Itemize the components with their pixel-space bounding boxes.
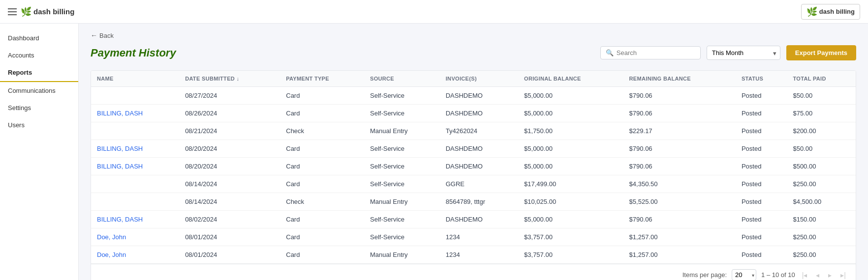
cell-total-paid: $150.00	[787, 211, 856, 228]
cell-date: 08/01/2024	[179, 246, 280, 264]
top-nav: 🌿 dash billing 🌿 dash billing	[0, 0, 868, 24]
cell-source: Self-Service	[364, 105, 440, 122]
col-header-payment-type: PAYMENT TYPE	[280, 71, 364, 87]
cell-name[interactable]: BILLING, DASH	[91, 211, 179, 228]
cell-source: Manual Entry	[364, 122, 440, 140]
cell-payment-type: Card	[280, 87, 364, 105]
cell-remaining-balance: $790.06	[623, 158, 736, 175]
col-header-name: NAME	[91, 71, 179, 87]
nav-left: 🌿 dash billing	[8, 6, 74, 17]
table-row: 08/21/2024CheckManual EntryTy4262024$1,7…	[91, 122, 856, 140]
cell-invoices: GGRE	[440, 175, 518, 193]
last-page-button[interactable]: ▸|	[838, 270, 848, 280]
cell-invoices: 1234	[440, 228, 518, 246]
cell-date: 08/20/2024	[179, 140, 280, 158]
pagination-range: 1 – 10 of 10	[761, 271, 795, 279]
cell-name	[91, 175, 179, 193]
period-select[interactable]: This Month Last Month Last 3 Months This…	[707, 46, 780, 60]
cell-name	[91, 87, 179, 105]
cell-name	[91, 122, 179, 140]
header-controls: 🔍 This Month Last Month Last 3 Months Th…	[600, 45, 856, 60]
cell-name[interactable]: Doe, John	[91, 228, 179, 246]
items-per-page-label: Items per page:	[682, 271, 727, 279]
cell-name[interactable]: BILLING, DASH	[91, 140, 179, 158]
first-page-button[interactable]: |◂	[800, 270, 809, 280]
cell-total-paid: $500.00	[787, 158, 856, 175]
cell-total-paid: $250.00	[787, 175, 856, 193]
table-row: 08/27/2024CardSelf-ServiceDASHDEMO$5,000…	[91, 87, 856, 105]
cell-total-paid: $250.00	[787, 246, 856, 264]
brand-label: 🌿 dash billing	[806, 6, 855, 17]
search-input[interactable]	[617, 49, 695, 56]
cell-remaining-balance: $1,257.00	[623, 228, 736, 246]
col-header-status: STATUS	[736, 71, 787, 87]
col-header-source: SOURCE	[364, 71, 440, 87]
cell-status: Posted	[736, 246, 787, 264]
cell-name[interactable]: BILLING, DASH	[91, 158, 179, 175]
cell-name[interactable]: Doe, John	[91, 246, 179, 264]
cell-name[interactable]: BILLING, DASH	[91, 105, 179, 122]
items-per-page-select[interactable]: 20 50 100	[732, 269, 756, 280]
cell-invoices: Ty4262024	[440, 122, 518, 140]
sidebar-item-users[interactable]: Users	[0, 116, 78, 134]
cell-invoices: DASHDEMO	[440, 87, 518, 105]
cell-remaining-balance: $229.17	[623, 122, 736, 140]
sidebar-item-communications[interactable]: Communications	[0, 82, 78, 99]
cell-original-balance: $1,750.00	[518, 122, 623, 140]
sidebar-item-reports[interactable]: Reports	[0, 64, 78, 82]
logo-leaf-icon: 🌿	[21, 6, 31, 17]
next-page-button[interactable]: ▸	[826, 270, 834, 280]
sidebar-item-settings[interactable]: Settings	[0, 99, 78, 116]
cell-remaining-balance: $790.06	[623, 87, 736, 105]
logo-text: dash billing	[33, 7, 74, 16]
hamburger-button[interactable]	[8, 8, 17, 15]
cell-total-paid: $75.00	[787, 105, 856, 122]
sidebar-item-accounts[interactable]: Accounts	[0, 47, 78, 64]
table-row: Doe, John08/01/2024CardSelf-Service1234$…	[91, 228, 856, 246]
layout: Dashboard Accounts Reports Communication…	[0, 24, 868, 280]
cell-payment-type: Check	[280, 122, 364, 140]
cell-source: Self-Service	[364, 228, 440, 246]
cell-original-balance: $5,000.00	[518, 105, 623, 122]
cell-date: 08/14/2024	[179, 175, 280, 193]
cell-original-balance: $5,000.00	[518, 140, 623, 158]
col-header-date[interactable]: DATE SUBMITTED ↓	[179, 71, 280, 87]
cell-invoices: DASHDEMO	[440, 105, 518, 122]
cell-status: Posted	[736, 122, 787, 140]
cell-date: 08/27/2024	[179, 87, 280, 105]
prev-page-button[interactable]: ◂	[814, 270, 821, 280]
cell-payment-type: Card	[280, 211, 364, 228]
cell-total-paid: $50.00	[787, 87, 856, 105]
cell-date: 08/14/2024	[179, 193, 280, 211]
col-header-remaining-balance: REMAINING BALANCE	[623, 71, 736, 87]
back-link[interactable]: ← Back	[91, 31, 856, 39]
export-button[interactable]: Export Payments	[786, 45, 856, 60]
cell-total-paid: $50.00	[787, 140, 856, 158]
cell-remaining-balance: $790.06	[623, 140, 736, 158]
col-header-original-balance: ORIGINAL BALANCE	[518, 71, 623, 87]
pagination: Items per page: 20 50 100 1 – 10 of 10 |…	[91, 264, 856, 280]
table-row: 08/14/2024CheckManual Entry8564789, tttg…	[91, 193, 856, 211]
cell-date: 08/20/2024	[179, 158, 280, 175]
cell-original-balance: $5,000.00	[518, 87, 623, 105]
cell-status: Posted	[736, 193, 787, 211]
page-title: Payment History	[91, 47, 176, 59]
cell-invoices: DASHDEMO	[440, 211, 518, 228]
main-content: ← Back Payment History 🔍 This Month Last…	[79, 24, 868, 280]
col-header-total-paid: TOTAL PAID	[787, 71, 856, 87]
cell-total-paid: $250.00	[787, 228, 856, 246]
cell-invoices: DASHDEMO	[440, 140, 518, 158]
cell-invoices: 1234	[440, 246, 518, 264]
sidebar: Dashboard Accounts Reports Communication…	[0, 24, 79, 280]
cell-source: Self-Service	[364, 175, 440, 193]
sidebar-item-dashboard[interactable]: Dashboard	[0, 29, 78, 47]
brand-leaf-icon: 🌿	[806, 6, 817, 17]
logo: 🌿 dash billing	[21, 6, 74, 17]
cell-payment-type: Card	[280, 228, 364, 246]
col-header-invoices: INVOICE(S)	[440, 71, 518, 87]
table-row: BILLING, DASH08/26/2024CardSelf-ServiceD…	[91, 105, 856, 122]
cell-remaining-balance: $790.06	[623, 105, 736, 122]
cell-name	[91, 193, 179, 211]
search-box: 🔍	[600, 46, 701, 59]
cell-payment-type: Card	[280, 246, 364, 264]
